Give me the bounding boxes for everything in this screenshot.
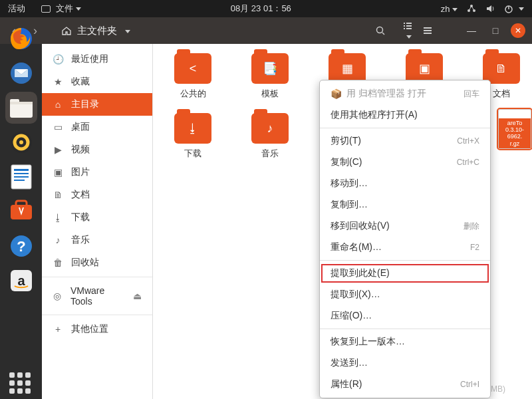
search-button[interactable] [375,25,392,36]
sidebar-item-label: 桌面 [71,121,90,133]
sidebar-item-vmware-tools[interactable]: ◎VMware Tools⏏ [42,280,152,312]
svg-rect-26 [14,173,29,174]
breadcrumb-dropdown-icon[interactable] [122,25,130,37]
eject-icon[interactable]: ⏏ [133,291,142,301]
home-icon [61,25,72,36]
sidebar-item-label: 主目录 [71,98,99,110]
dock-rhythmbox[interactable] [5,126,37,158]
active-app-label[interactable]: 文件 [56,3,81,15]
hamburger-button[interactable] [423,26,440,35]
image-icon: ▣ [419,61,430,76]
sidebar-item-music[interactable]: ♪音乐 [42,229,152,251]
dock-libreoffice-writer[interactable] [5,161,37,193]
svg-text:a: a [17,273,25,288]
ctx-label: 复制到… [331,199,479,211]
breadcrumb[interactable]: 主文件夹 [61,25,130,37]
doc-icon: 🗎 [495,62,507,76]
sidebar-item-pictures[interactable]: ▣图片 [42,161,152,184]
ctx-separator [320,128,490,128]
svg-point-5 [377,27,383,33]
svg-rect-12 [406,28,412,29]
power-icon[interactable] [504,3,524,14]
folder-music[interactable]: ♪音乐 [246,113,294,160]
file-vmware-tools-tar[interactable]: areTo0.3.10-6962.r.gz [491,109,532,149]
ctx-move-to[interactable]: 移动到… [320,173,490,194]
ctx-open-with-other[interactable]: 使用其他程序打开(A) [320,104,490,126]
ctx-label: 提取到此处(E) [331,267,479,279]
breadcrumb-label: 主文件夹 [77,25,117,37]
sidebar-item-home[interactable]: ⌂主目录 [42,93,152,116]
ctx-copy-to[interactable]: 复制到… [320,194,490,215]
dock-thunderbird[interactable] [5,57,37,89]
minimize-button[interactable]: — [463,25,480,36]
ctx-properties[interactable]: 属性(R)Ctrl+I [320,374,490,395]
ctx-label: 提取到(X)… [331,289,479,301]
dock-help[interactable]: ? [5,230,37,262]
ctx-extract-here[interactable]: 提取到此处(E) [320,263,490,284]
document-icon: 🗎 [53,190,63,200]
sidebar-separator [42,277,152,277]
dock-amazon[interactable]: a [5,265,37,297]
sidebar-item-documents[interactable]: 🗎文档 [42,184,152,206]
sidebar-item-videos[interactable]: ▶视频 [42,138,152,161]
volume-icon[interactable] [485,4,495,13]
dock-show-apps[interactable] [5,367,37,399]
dock-firefox[interactable] [5,23,37,55]
picture-icon: ▣ [53,167,63,178]
svg-rect-7 [404,23,405,24]
video-icon: ▶ [53,144,63,155]
folder-label: 模板 [261,88,279,100]
sidebar-item-other-locations[interactable]: +其他位置 [42,318,152,340]
close-button[interactable]: ✕ [511,23,525,38]
star-icon: ★ [53,76,63,87]
sidebar-item-desktop[interactable]: ▭桌面 [42,116,152,138]
activities-button[interactable]: 活动 [8,3,25,15]
folder-icon [41,5,51,13]
ctx-cut[interactable]: 剪切(T)Ctrl+X [320,130,490,152]
sidebar-item-recent[interactable]: 🕘最近使用 [42,48,152,70]
ctx-accel: F2 [470,243,479,252]
share-icon: < [190,62,197,76]
ctx-label: 剪切(T) [331,135,457,147]
svg-rect-14 [424,30,432,31]
network-icon[interactable] [467,4,476,13]
svg-rect-28 [14,180,25,181]
sidebar-item-downloads[interactable]: ⭳下载 [42,206,152,229]
svg-rect-20 [10,102,33,104]
dock-software[interactable] [5,196,37,227]
ctx-trash[interactable]: 移到回收站(V)删除 [320,215,490,237]
ctx-copy[interactable]: 复制(C)Ctrl+C [320,152,490,173]
sidebar: 🕘最近使用 ★收藏 ⌂主目录 ▭桌面 ▶视频 ▣图片 🗎文档 ⭳下载 ♪音乐 🗑… [42,44,153,399]
view-list-button[interactable] [399,20,416,41]
ctx-open-with-archive[interactable]: 📦用 归档管理器 打开回车 [320,83,490,104]
clock[interactable]: 08月 23 01：56 [81,3,441,15]
sidebar-item-label: VMware Tools [70,285,125,307]
template-icon: 📑 [263,61,277,76]
ctx-extract-to[interactable]: 提取到(X)… [320,284,490,305]
sidebar-item-trash[interactable]: 🗑回收站 [42,251,152,274]
input-method-indicator[interactable]: zh [441,4,458,14]
svg-text:?: ? [17,238,25,255]
folder-public[interactable]: <公共的 [169,53,217,100]
folder-templates[interactable]: 📑模板 [246,53,294,100]
ctx-label: 移到回收站(V) [331,220,464,232]
ctx-revert[interactable]: 恢复到上一版本… [320,331,490,352]
window-header: ‹ › 主文件夹 — □ ✕ [0,17,532,44]
svg-rect-9 [404,25,405,27]
ctx-separator [320,260,490,261]
ctx-compress[interactable]: 压缩(O)… [320,305,490,327]
sidebar-separator [42,315,152,315]
ctx-label: 移动到… [331,178,479,190]
sidebar-item-starred[interactable]: ★收藏 [42,70,152,93]
ctx-rename[interactable]: 重命名(M)…F2 [320,237,490,258]
svg-line-6 [382,33,384,35]
maximize-button[interactable]: □ [487,25,504,36]
folder-downloads[interactable]: ⭳下载 [169,113,217,160]
ctx-send-to[interactable]: 发送到… [320,352,490,374]
archive-icon: areTo0.3.10-6962.r.gz [498,109,531,149]
ctx-label: 恢复到上一版本… [331,336,479,348]
dock-files[interactable] [5,92,37,124]
sidebar-item-label: 其他位置 [71,323,108,335]
film-icon: ▦ [342,61,353,76]
home-icon: ⌂ [53,99,63,110]
